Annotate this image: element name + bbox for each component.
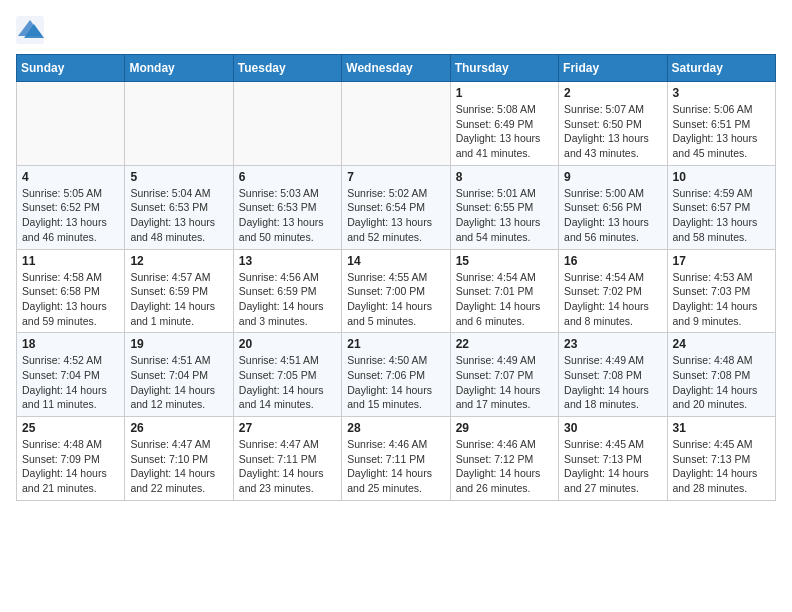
day-number: 18 [22, 337, 119, 351]
day-number: 26 [130, 421, 227, 435]
header-day-sunday: Sunday [17, 55, 125, 82]
day-number: 29 [456, 421, 553, 435]
day-number: 11 [22, 254, 119, 268]
day-number: 22 [456, 337, 553, 351]
day-cell: 1Sunrise: 5:08 AMSunset: 6:49 PMDaylight… [450, 82, 558, 166]
day-info: Sunrise: 4:48 AMSunset: 7:09 PMDaylight:… [22, 437, 119, 496]
day-number: 3 [673, 86, 770, 100]
day-info: Sunrise: 4:57 AMSunset: 6:59 PMDaylight:… [130, 270, 227, 329]
day-number: 4 [22, 170, 119, 184]
day-info: Sunrise: 5:00 AMSunset: 6:56 PMDaylight:… [564, 186, 661, 245]
day-info: Sunrise: 4:51 AMSunset: 7:05 PMDaylight:… [239, 353, 336, 412]
day-number: 1 [456, 86, 553, 100]
day-cell: 10Sunrise: 4:59 AMSunset: 6:57 PMDayligh… [667, 165, 775, 249]
day-number: 16 [564, 254, 661, 268]
calendar-table: SundayMondayTuesdayWednesdayThursdayFrid… [16, 54, 776, 501]
day-cell: 17Sunrise: 4:53 AMSunset: 7:03 PMDayligh… [667, 249, 775, 333]
day-number: 17 [673, 254, 770, 268]
day-number: 12 [130, 254, 227, 268]
day-info: Sunrise: 4:55 AMSunset: 7:00 PMDaylight:… [347, 270, 444, 329]
day-info: Sunrise: 4:48 AMSunset: 7:08 PMDaylight:… [673, 353, 770, 412]
day-info: Sunrise: 4:53 AMSunset: 7:03 PMDaylight:… [673, 270, 770, 329]
day-cell: 15Sunrise: 4:54 AMSunset: 7:01 PMDayligh… [450, 249, 558, 333]
day-cell: 24Sunrise: 4:48 AMSunset: 7:08 PMDayligh… [667, 333, 775, 417]
day-info: Sunrise: 5:04 AMSunset: 6:53 PMDaylight:… [130, 186, 227, 245]
day-number: 7 [347, 170, 444, 184]
day-info: Sunrise: 4:49 AMSunset: 7:08 PMDaylight:… [564, 353, 661, 412]
day-cell: 26Sunrise: 4:47 AMSunset: 7:10 PMDayligh… [125, 417, 233, 501]
day-info: Sunrise: 4:54 AMSunset: 7:01 PMDaylight:… [456, 270, 553, 329]
page-header [16, 16, 776, 44]
day-cell: 9Sunrise: 5:00 AMSunset: 6:56 PMDaylight… [559, 165, 667, 249]
day-info: Sunrise: 4:54 AMSunset: 7:02 PMDaylight:… [564, 270, 661, 329]
day-cell: 16Sunrise: 4:54 AMSunset: 7:02 PMDayligh… [559, 249, 667, 333]
day-cell: 13Sunrise: 4:56 AMSunset: 6:59 PMDayligh… [233, 249, 341, 333]
header-day-tuesday: Tuesday [233, 55, 341, 82]
header-day-monday: Monday [125, 55, 233, 82]
day-cell: 12Sunrise: 4:57 AMSunset: 6:59 PMDayligh… [125, 249, 233, 333]
day-cell: 25Sunrise: 4:48 AMSunset: 7:09 PMDayligh… [17, 417, 125, 501]
day-cell: 30Sunrise: 4:45 AMSunset: 7:13 PMDayligh… [559, 417, 667, 501]
day-number: 27 [239, 421, 336, 435]
day-info: Sunrise: 4:58 AMSunset: 6:58 PMDaylight:… [22, 270, 119, 329]
day-cell: 3Sunrise: 5:06 AMSunset: 6:51 PMDaylight… [667, 82, 775, 166]
day-info: Sunrise: 4:46 AMSunset: 7:12 PMDaylight:… [456, 437, 553, 496]
week-row-1: 1Sunrise: 5:08 AMSunset: 6:49 PMDaylight… [17, 82, 776, 166]
day-info: Sunrise: 5:08 AMSunset: 6:49 PMDaylight:… [456, 102, 553, 161]
day-number: 24 [673, 337, 770, 351]
day-info: Sunrise: 5:01 AMSunset: 6:55 PMDaylight:… [456, 186, 553, 245]
day-number: 2 [564, 86, 661, 100]
day-number: 13 [239, 254, 336, 268]
header-day-friday: Friday [559, 55, 667, 82]
header-day-saturday: Saturday [667, 55, 775, 82]
day-info: Sunrise: 4:45 AMSunset: 7:13 PMDaylight:… [564, 437, 661, 496]
logo-icon [16, 16, 44, 44]
week-row-4: 18Sunrise: 4:52 AMSunset: 7:04 PMDayligh… [17, 333, 776, 417]
day-number: 28 [347, 421, 444, 435]
day-cell: 7Sunrise: 5:02 AMSunset: 6:54 PMDaylight… [342, 165, 450, 249]
day-cell [342, 82, 450, 166]
day-number: 14 [347, 254, 444, 268]
day-info: Sunrise: 5:02 AMSunset: 6:54 PMDaylight:… [347, 186, 444, 245]
day-info: Sunrise: 4:52 AMSunset: 7:04 PMDaylight:… [22, 353, 119, 412]
header-day-thursday: Thursday [450, 55, 558, 82]
day-cell: 31Sunrise: 4:45 AMSunset: 7:13 PMDayligh… [667, 417, 775, 501]
day-cell: 14Sunrise: 4:55 AMSunset: 7:00 PMDayligh… [342, 249, 450, 333]
header-day-wednesday: Wednesday [342, 55, 450, 82]
day-info: Sunrise: 4:45 AMSunset: 7:13 PMDaylight:… [673, 437, 770, 496]
day-cell: 2Sunrise: 5:07 AMSunset: 6:50 PMDaylight… [559, 82, 667, 166]
day-number: 20 [239, 337, 336, 351]
day-number: 10 [673, 170, 770, 184]
day-cell: 18Sunrise: 4:52 AMSunset: 7:04 PMDayligh… [17, 333, 125, 417]
day-cell: 23Sunrise: 4:49 AMSunset: 7:08 PMDayligh… [559, 333, 667, 417]
day-cell: 21Sunrise: 4:50 AMSunset: 7:06 PMDayligh… [342, 333, 450, 417]
day-number: 19 [130, 337, 227, 351]
day-cell: 20Sunrise: 4:51 AMSunset: 7:05 PMDayligh… [233, 333, 341, 417]
day-info: Sunrise: 4:46 AMSunset: 7:11 PMDaylight:… [347, 437, 444, 496]
day-number: 31 [673, 421, 770, 435]
day-info: Sunrise: 4:47 AMSunset: 7:11 PMDaylight:… [239, 437, 336, 496]
day-info: Sunrise: 5:07 AMSunset: 6:50 PMDaylight:… [564, 102, 661, 161]
day-info: Sunrise: 5:03 AMSunset: 6:53 PMDaylight:… [239, 186, 336, 245]
day-cell [17, 82, 125, 166]
day-cell [125, 82, 233, 166]
day-info: Sunrise: 4:59 AMSunset: 6:57 PMDaylight:… [673, 186, 770, 245]
day-number: 21 [347, 337, 444, 351]
week-row-3: 11Sunrise: 4:58 AMSunset: 6:58 PMDayligh… [17, 249, 776, 333]
day-info: Sunrise: 4:50 AMSunset: 7:06 PMDaylight:… [347, 353, 444, 412]
day-info: Sunrise: 4:47 AMSunset: 7:10 PMDaylight:… [130, 437, 227, 496]
calendar-body: 1Sunrise: 5:08 AMSunset: 6:49 PMDaylight… [17, 82, 776, 501]
day-number: 5 [130, 170, 227, 184]
day-number: 6 [239, 170, 336, 184]
logo [16, 16, 48, 44]
calendar-header: SundayMondayTuesdayWednesdayThursdayFrid… [17, 55, 776, 82]
day-cell: 27Sunrise: 4:47 AMSunset: 7:11 PMDayligh… [233, 417, 341, 501]
day-info: Sunrise: 5:05 AMSunset: 6:52 PMDaylight:… [22, 186, 119, 245]
day-cell: 19Sunrise: 4:51 AMSunset: 7:04 PMDayligh… [125, 333, 233, 417]
day-number: 15 [456, 254, 553, 268]
header-row: SundayMondayTuesdayWednesdayThursdayFrid… [17, 55, 776, 82]
day-cell: 28Sunrise: 4:46 AMSunset: 7:11 PMDayligh… [342, 417, 450, 501]
day-info: Sunrise: 5:06 AMSunset: 6:51 PMDaylight:… [673, 102, 770, 161]
day-cell: 11Sunrise: 4:58 AMSunset: 6:58 PMDayligh… [17, 249, 125, 333]
day-info: Sunrise: 4:51 AMSunset: 7:04 PMDaylight:… [130, 353, 227, 412]
